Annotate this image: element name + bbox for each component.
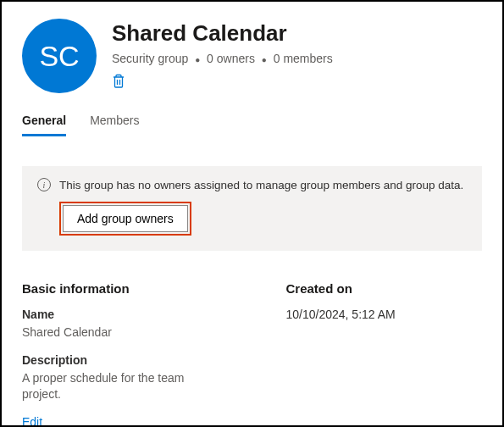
basic-information-section: Basic information Name Shared Calendar D… <box>22 281 219 427</box>
add-group-owners-button[interactable]: Add group owners <box>63 205 188 232</box>
avatar-initials: SC <box>39 40 79 73</box>
created-on-section: Created on 10/10/2024, 5:12 AM <box>286 281 483 427</box>
created-on-title: Created on <box>286 281 483 296</box>
group-avatar: SC <box>22 19 97 93</box>
name-label: Name <box>22 308 219 321</box>
banner-message-row: i This group has no owners assigned to m… <box>37 178 467 191</box>
created-on-value: 10/10/2024, 5:12 AM <box>286 308 483 321</box>
name-value: Shared Calendar <box>22 324 219 341</box>
separator-dot: ● <box>195 55 200 64</box>
group-title: Shared Calendar <box>112 20 333 47</box>
banner-message: This group has no owners assigned to man… <box>59 179 463 191</box>
tab-members[interactable]: Members <box>90 114 139 136</box>
content-columns: Basic information Name Shared Calendar D… <box>22 281 482 427</box>
add-owners-highlight: Add group owners <box>59 202 191 236</box>
group-type-label: Security group <box>112 52 188 65</box>
basic-info-title: Basic information <box>22 281 219 296</box>
delete-icon[interactable] <box>112 74 125 92</box>
group-subtitle: Security group ● 0 owners ● 0 members <box>112 52 333 65</box>
description-value: A proper schedule for the team project. <box>22 370 219 403</box>
members-count: 0 members <box>274 52 333 65</box>
tab-bar: General Members <box>22 114 482 137</box>
edit-link[interactable]: Edit <box>22 415 219 427</box>
separator-dot: ● <box>262 55 267 64</box>
info-icon: i <box>37 178 51 191</box>
group-header: SC Shared Calendar Security group ● 0 ow… <box>22 19 482 93</box>
tab-general[interactable]: General <box>22 114 66 136</box>
description-label: Description <box>22 353 219 367</box>
header-info: Shared Calendar Security group ● 0 owner… <box>112 19 333 93</box>
no-owners-banner: i This group has no owners assigned to m… <box>22 166 482 251</box>
owners-count: 0 owners <box>207 52 255 65</box>
